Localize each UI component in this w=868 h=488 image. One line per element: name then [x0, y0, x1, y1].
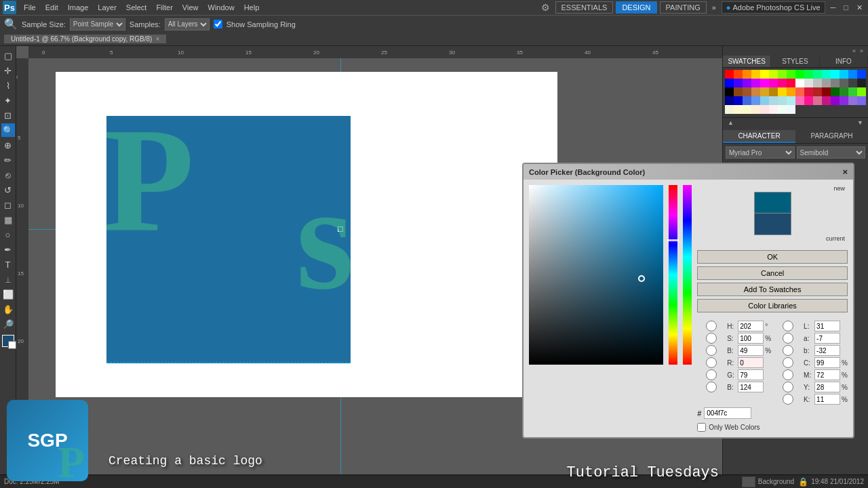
swatch-item[interactable] — [787, 70, 795, 79]
swatch-item[interactable] — [725, 105, 734, 114]
tab-swatches[interactable]: SWATCHES — [723, 56, 771, 67]
tool-heal[interactable]: ⊕ — [1, 138, 15, 152]
swatch-item[interactable] — [760, 87, 769, 96]
swatch-item[interactable] — [769, 105, 778, 114]
c-radio[interactable] — [774, 357, 802, 368]
swatch-item[interactable] — [795, 70, 804, 79]
swatch-item[interactable] — [804, 79, 813, 87]
swatch-item[interactable] — [751, 70, 760, 79]
alpha-slider[interactable] — [683, 185, 692, 365]
m-radio[interactable] — [774, 369, 802, 380]
b2-input[interactable] — [738, 382, 764, 392]
swatch-item[interactable] — [778, 70, 787, 79]
swatch-item[interactable] — [769, 87, 778, 96]
swatch-item[interactable] — [831, 79, 840, 87]
current-color-swatch[interactable] — [754, 214, 791, 235]
menu-window[interactable]: Window — [203, 2, 239, 13]
swatch-item[interactable] — [857, 79, 866, 87]
tab-styles[interactable]: STYLES — [771, 56, 819, 67]
swatch-item[interactable] — [760, 96, 769, 105]
swatch-item[interactable] — [795, 96, 804, 105]
g-radio[interactable] — [697, 369, 726, 380]
window-maximize[interactable]: □ — [841, 3, 851, 12]
swatch-item[interactable] — [769, 79, 778, 87]
swatch-item[interactable] — [840, 96, 848, 105]
color-picker-close-btn[interactable]: × — [842, 167, 848, 177]
swatch-item[interactable] — [804, 70, 813, 79]
doc-tab-close[interactable]: × — [155, 35, 159, 43]
swatch-item[interactable] — [734, 105, 743, 114]
b-input[interactable] — [814, 345, 840, 356]
swatch-item[interactable] — [743, 79, 751, 87]
swatch-item[interactable] — [831, 96, 840, 105]
swatch-item[interactable] — [778, 105, 787, 114]
swatch-item[interactable] — [743, 96, 751, 105]
hue-input[interactable] — [738, 321, 764, 331]
swatch-item[interactable] — [857, 70, 866, 79]
swatch-item[interactable] — [787, 96, 795, 105]
tool-magic-wand[interactable]: ✦ — [1, 94, 15, 107]
menu-edit[interactable]: Edit — [41, 2, 63, 13]
y-input[interactable] — [814, 382, 840, 392]
swatch-item[interactable] — [743, 105, 751, 114]
swatch-item[interactable] — [857, 96, 866, 105]
swatch-item[interactable] — [813, 70, 822, 79]
swatch-item[interactable] — [734, 79, 743, 87]
tool-eraser[interactable]: ◻ — [1, 198, 15, 211]
swatch-item[interactable] — [813, 79, 822, 87]
tool-lasso[interactable]: ⌇ — [1, 79, 15, 92]
swatch-item[interactable] — [734, 96, 743, 105]
tool-clone[interactable]: ⎋ — [1, 168, 15, 182]
menu-file[interactable]: File — [19, 2, 41, 13]
r-input[interactable] — [738, 357, 764, 368]
swatch-item[interactable] — [831, 70, 840, 79]
swatch-item[interactable] — [840, 70, 848, 79]
menu-filter[interactable]: Filter — [151, 2, 177, 13]
k-input[interactable] — [814, 394, 840, 405]
swatch-item[interactable] — [787, 79, 795, 87]
tab-character[interactable]: CHARACTER — [723, 130, 795, 143]
swatch-item[interactable] — [848, 79, 857, 87]
show-sampling-ring-checkbox[interactable] — [214, 20, 222, 28]
tool-pen[interactable]: ✒ — [1, 243, 15, 256]
swatch-item[interactable] — [769, 96, 778, 105]
swatch-item[interactable] — [848, 70, 857, 79]
only-web-colors-checkbox[interactable] — [697, 423, 706, 432]
workspace-design[interactable]: DESIGN — [616, 1, 656, 14]
swatch-item[interactable] — [813, 87, 822, 96]
color-picker-title[interactable]: Color Picker (Background Color) × — [524, 164, 853, 180]
tab-info[interactable]: INFO — [820, 56, 868, 67]
swatch-item[interactable] — [760, 79, 769, 87]
a-radio[interactable] — [774, 333, 802, 344]
tool-dodge[interactable]: ○ — [1, 228, 15, 241]
swatch-item[interactable] — [725, 70, 734, 79]
swatch-item[interactable] — [831, 87, 840, 96]
panel-collapse-btn[interactable]: « — [850, 47, 858, 54]
hex-input[interactable] — [704, 407, 751, 419]
panel2-collapse[interactable]: ▲ — [726, 119, 736, 126]
swatch-item[interactable] — [804, 96, 813, 105]
swatch-item[interactable] — [778, 87, 787, 96]
a-input[interactable] — [814, 333, 840, 344]
new-color-swatch[interactable] — [754, 192, 791, 214]
tool-text[interactable]: T — [1, 258, 15, 271]
swatch-item[interactable] — [778, 79, 787, 87]
swatch-item[interactable] — [725, 96, 734, 105]
ok-button[interactable]: OK — [697, 250, 848, 264]
color-libraries-button[interactable]: Color Libraries — [697, 299, 848, 312]
swatch-item[interactable] — [760, 105, 769, 114]
swatch-item[interactable] — [751, 96, 760, 105]
hue-slider[interactable] — [669, 185, 677, 365]
swatch-item[interactable] — [840, 79, 848, 87]
sat-input[interactable] — [738, 333, 764, 344]
swatch-item[interactable] — [813, 96, 822, 105]
panel2-expand[interactable]: ▼ — [855, 119, 865, 126]
swatch-item[interactable] — [751, 79, 760, 87]
window-close[interactable]: ✕ — [854, 3, 865, 12]
k-radio[interactable] — [774, 394, 802, 405]
swatch-item[interactable] — [804, 87, 813, 96]
m-input[interactable] — [814, 369, 840, 380]
font-family-select[interactable]: Myriad Pro — [726, 146, 795, 159]
cancel-button[interactable]: Cancel — [697, 266, 848, 280]
swatch-item[interactable] — [840, 87, 848, 96]
